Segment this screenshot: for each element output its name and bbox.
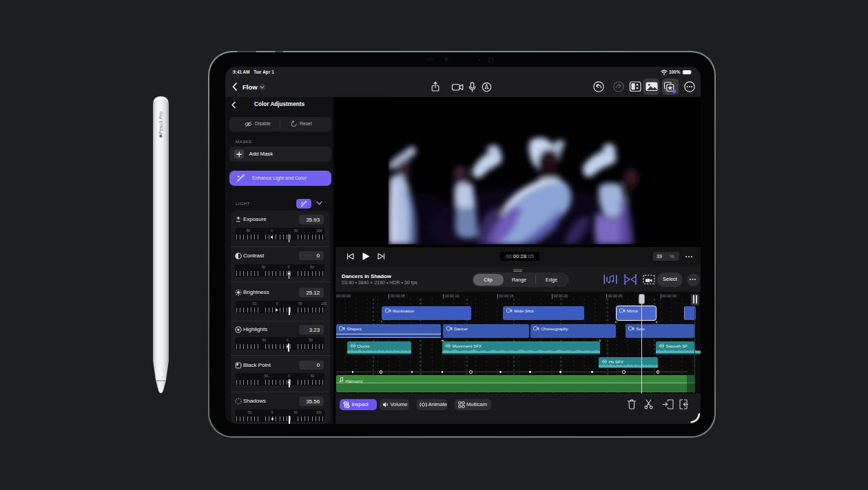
svg-text:Pencil Pro: Pencil Pro bbox=[158, 111, 163, 134]
